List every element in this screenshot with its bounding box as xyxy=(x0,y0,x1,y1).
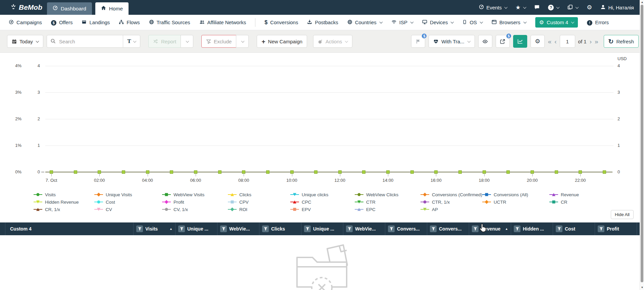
first-page-button[interactable]: « xyxy=(548,38,552,45)
share-button[interactable]: $ xyxy=(496,35,510,48)
exclude-button[interactable]: Exclude xyxy=(201,35,236,48)
page-input[interactable] xyxy=(560,35,575,48)
exclude-dropdown-button[interactable] xyxy=(236,35,249,48)
topbar-account[interactable]: Hi, Наталія xyxy=(600,4,634,11)
column-header-custom-4[interactable]: Custom 4 xyxy=(5,222,134,235)
legend-item-conversions-all-[interactable]: Conversions (All) xyxy=(482,192,528,197)
refresh-button[interactable]: ↻ Refresh xyxy=(604,35,639,48)
report-button[interactable]: Report xyxy=(148,35,181,48)
nav-item-traffic-sources[interactable]: Traffic Sources xyxy=(149,19,190,26)
report-dropdown-button[interactable] xyxy=(181,35,193,48)
next-page-button[interactable]: › xyxy=(590,38,592,45)
columns-settings-button[interactable]: ⚙ xyxy=(531,35,545,48)
nav-item-browsers[interactable]: Browsers xyxy=(492,19,526,26)
search-input[interactable] xyxy=(47,35,123,48)
tab-dashboard[interactable]: Dashboard xyxy=(47,2,92,15)
legend-item-unique-visits[interactable]: Unique Visits xyxy=(94,192,132,197)
legend-item-roi[interactable]: ROI xyxy=(228,207,247,212)
nav-item-isp[interactable]: ISP xyxy=(391,19,413,25)
legend-item-clicks[interactable]: Clicks xyxy=(228,192,251,197)
legend-item-cost[interactable]: Cost xyxy=(94,199,115,205)
column-header-webvie-[interactable]: WebVie... xyxy=(343,222,385,235)
legend-item-hidden-revenue[interactable]: Hidden Revenue xyxy=(34,199,79,205)
hide-all-button[interactable]: Hide All xyxy=(611,210,634,219)
legend-item-ap[interactable]: AP xyxy=(420,207,438,212)
column-filter-button[interactable] xyxy=(220,225,227,232)
prev-page-button[interactable]: ‹ xyxy=(554,38,556,45)
sort-asc-icon[interactable]: ▲ xyxy=(505,227,508,231)
column-header-clicks[interactable]: Clicks xyxy=(259,222,301,235)
nav-item-os[interactable]: OS xyxy=(462,19,483,26)
actions-button[interactable]: Actions xyxy=(313,35,352,48)
legend-item-cpc[interactable]: CPC xyxy=(290,199,311,205)
column-filter-button[interactable] xyxy=(262,225,269,232)
status-filter-dropdown[interactable]: With Tra... xyxy=(429,35,475,48)
topbar-chat[interactable] xyxy=(534,4,540,11)
legend-item-revenue[interactable]: Revenue xyxy=(549,192,579,197)
last-page-button[interactable]: » xyxy=(595,38,598,45)
legend-item-epv[interactable]: EPV xyxy=(290,207,311,212)
legend-item-cv-1-x[interactable]: CV, 1/x xyxy=(162,207,188,212)
column-header-unique-[interactable]: Unique ... xyxy=(301,222,343,235)
tab-home[interactable]: Home xyxy=(95,2,129,15)
legend-item-cr-1-x[interactable]: CR, 1/x xyxy=(34,207,60,212)
column-filter-button[interactable] xyxy=(598,225,604,232)
topbar-docs[interactable] xyxy=(567,4,578,11)
nav-item-devices[interactable]: Devices xyxy=(422,19,453,26)
nav-item-countries[interactable]: Countries xyxy=(347,19,382,26)
legend-item-ctr-1-x[interactable]: CTR, 1/x xyxy=(420,199,450,205)
topbar-settings[interactable]: ⚙ xyxy=(587,4,592,10)
legend-item-ctr[interactable]: CTR xyxy=(355,199,376,205)
column-header-visits[interactable]: Visits▲ xyxy=(134,222,176,235)
legend-item-profit[interactable]: Profit xyxy=(162,199,184,205)
nav-item-conversions[interactable]: $Conversions xyxy=(264,19,298,26)
topbar-help[interactable]: ? xyxy=(548,4,559,11)
nav-item-offers[interactable]: $Offers xyxy=(51,19,73,26)
column-header-revenue[interactable]: Revenue▲ xyxy=(469,222,511,235)
column-header-hidden-[interactable]: Hidden ... xyxy=(511,222,553,235)
legend-item-cr[interactable]: CR xyxy=(549,199,567,205)
column-header-unique-[interactable]: Unique ... xyxy=(176,222,217,235)
legend-item-visits[interactable]: Visits xyxy=(34,192,56,197)
topbar-favorites[interactable]: ★ xyxy=(515,5,526,10)
legend-item-epc[interactable]: EPC xyxy=(355,207,376,212)
column-filter-button[interactable] xyxy=(514,225,521,232)
scrollbar-thumb[interactable] xyxy=(641,5,643,282)
nav-item-postbacks[interactable]: Postbacks xyxy=(307,19,338,26)
nav-item-landings[interactable]: Landings xyxy=(82,19,110,26)
nav-item-errors[interactable]: !Errors xyxy=(587,19,609,26)
column-filter-button[interactable] xyxy=(346,225,353,232)
column-header-convers-[interactable]: Convers... xyxy=(427,222,469,235)
legend-item-unique-clicks[interactable]: Unique clicks xyxy=(290,192,329,197)
bemob-logo[interactable]: BeMob xyxy=(10,3,42,11)
chart-toggle-button[interactable] xyxy=(513,35,527,48)
column-header-cost[interactable]: Cost xyxy=(553,222,595,235)
column-filter-button[interactable] xyxy=(556,225,562,232)
legend-item-uctr[interactable]: UCTR xyxy=(482,199,506,205)
nav-item-campaigns[interactable]: Campaigns xyxy=(9,19,42,26)
legend-item-webview-visits[interactable]: WebView Visits xyxy=(162,192,204,197)
date-range-button[interactable]: Today xyxy=(7,35,43,48)
legend-item-cv[interactable]: CV xyxy=(94,207,112,212)
nav-item-flows[interactable]: Flows xyxy=(119,19,140,26)
sort-asc-icon[interactable]: ▲ xyxy=(169,227,172,231)
scroll-up-arrow[interactable]: ▲ xyxy=(640,0,644,4)
column-header-webvie-[interactable]: WebVie... xyxy=(217,222,259,235)
flag-button[interactable]: $ xyxy=(411,35,425,48)
column-filter-button[interactable] xyxy=(430,225,437,232)
nav-item-affiliate-networks[interactable]: Affiliate Networks xyxy=(199,19,246,26)
column-filter-button[interactable] xyxy=(178,225,185,232)
legend-item-cpv[interactable]: CPV xyxy=(228,199,249,205)
visibility-button[interactable] xyxy=(478,35,492,48)
new-campaign-button[interactable]: + New Campaign xyxy=(257,35,307,48)
column-filter-button[interactable] xyxy=(304,225,311,232)
column-filter-button[interactable] xyxy=(388,225,395,232)
search-type-button[interactable]: T xyxy=(123,35,140,48)
column-filter-button[interactable] xyxy=(472,225,479,232)
column-header-profit[interactable]: Profit xyxy=(595,222,637,235)
column-filter-button[interactable] xyxy=(136,225,143,232)
legend-item-webview-clicks[interactable]: WebView Clicks xyxy=(355,192,398,197)
nav-item-custom4[interactable]: ⚙Custom 4 xyxy=(535,17,578,28)
column-header-convers-[interactable]: Convers... xyxy=(385,222,427,235)
scroll-down-arrow[interactable]: ▼ xyxy=(640,286,644,290)
